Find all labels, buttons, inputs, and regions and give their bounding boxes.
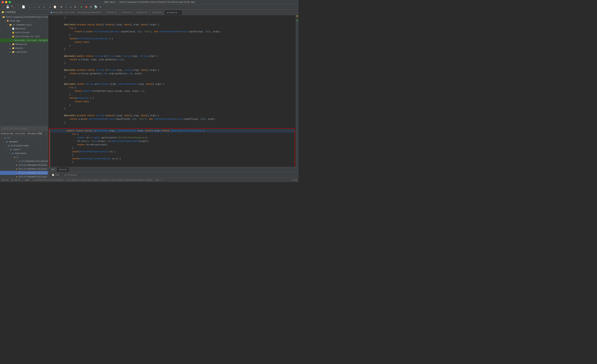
tree-item-certificate2[interactable]: ▶ 🔐 Certificate #2 (v2) bbox=[0, 35, 48, 39]
tab-g-source[interactable]: g/Source bbox=[134, 10, 149, 15]
toolbar-icon-script[interactable]: 📄 bbox=[21, 5, 25, 9]
tree-item-manifest[interactable]: ▶ 📄 Manifest bbox=[0, 27, 48, 31]
fullscreen-button[interactable] bbox=[8, 1, 11, 3]
htree-icon: ● bbox=[15, 167, 18, 170]
minimize-button[interactable] bbox=[5, 1, 7, 3]
htree-d7[interactable]: ▶ ● D7(Ltv/danmaku/biliple bbox=[0, 175, 48, 178]
tree-arrow: ▶ bbox=[10, 43, 12, 46]
toolbar-icon-back[interactable]: ← bbox=[28, 5, 32, 9]
tab-source-label: Source bbox=[59, 168, 67, 171]
code-line-return-g: return Base64.encodeToString(a.i(arg0, a… bbox=[48, 89, 296, 93]
htree-tv[interactable]: ▾ ▣ tv bbox=[0, 136, 48, 140]
tree-arrow: ▶ bbox=[10, 47, 12, 49]
code-scroll-area[interactable]: } @Nullable private static byte[] d(byte… bbox=[48, 15, 296, 167]
toolbar-icon-flow[interactable]: ⟶ bbox=[68, 5, 73, 9]
tree-arrow: ▾ bbox=[7, 24, 9, 26]
toolbar-icon-new[interactable]: ⬛ bbox=[1, 5, 5, 9]
tree-label: Resources bbox=[15, 43, 27, 46]
tree-item-libraries[interactable]: ▶ 📁 Libraries bbox=[0, 50, 48, 54]
htree-label: A7(Ltv/danmaku/biliple bbox=[19, 164, 47, 166]
htree-a7[interactable]: ▶ ● A7(Ltv/danmaku/biliple bbox=[0, 163, 48, 167]
htree-icon: ▣ bbox=[9, 148, 12, 151]
hierarchy-icon: ⊞ bbox=[1, 132, 2, 135]
tab-source[interactable]: Source bbox=[57, 167, 69, 172]
code-line-return-null2: return null; bbox=[48, 100, 296, 103]
toolbar-icon-forward[interactable]: → bbox=[32, 5, 37, 9]
code-line: } bbox=[51, 147, 295, 150]
console-tab-log[interactable]: 📋 日志 bbox=[50, 172, 61, 178]
method-gutter bbox=[49, 129, 50, 167]
toolbar-icon-undo[interactable]: ↩ bbox=[37, 5, 41, 9]
code-line: } bbox=[48, 16, 296, 19]
tree-label: tv.danmaku.bili bbox=[13, 24, 32, 26]
filter-input[interactable] bbox=[1, 127, 47, 130]
close-button[interactable] bbox=[1, 1, 4, 3]
code-line-return-null1: return null; bbox=[48, 40, 296, 44]
tree-item-root[interactable]: ▾ 📂 /Users/wupeiqi/PycharmProjects/hacke… bbox=[0, 15, 48, 19]
status-right: 5.2G bbox=[292, 179, 297, 181]
toolbar-sep-2 bbox=[26, 5, 27, 9]
htree-label: biliplayerimpl bbox=[11, 145, 29, 147]
code-line bbox=[48, 110, 296, 114]
tree-item-danmaku[interactable]: ▾ 📂 tv.danmaku.bili bbox=[0, 23, 48, 27]
toolbar-icon-copy[interactable]: 📋 bbox=[53, 5, 57, 9]
tree-item-bytecode[interactable]: ▾ ⬡ Bytecode (Virtual, Merged) bbox=[0, 39, 48, 42]
code-line-return-f: return a.h(arg1.getBytes(c.b), arg2.getB… bbox=[48, 72, 296, 75]
htree-report[interactable]: ▾ ▣ report bbox=[0, 148, 48, 152]
htree-icon: ▣ bbox=[11, 152, 14, 155]
code-line bbox=[51, 164, 295, 167]
bottom-editor-tabs: 描述 Source bbox=[48, 167, 298, 172]
console-tab-terminal[interactable]: ▶ Terminal bbox=[63, 172, 79, 178]
toolbar-icon-debug[interactable]: ⚙ bbox=[89, 5, 93, 9]
tree-label: Assets bbox=[15, 47, 23, 49]
tab-describe[interactable]: 描述 bbox=[49, 167, 57, 172]
code-line-init: v0.init(1, ((Key)arg2), ((AlgorithmParam… bbox=[51, 139, 295, 143]
htree-c7[interactable]: ▶ ● C7(Ltv/danmaku/biliple bbox=[0, 171, 48, 175]
tab-a-source-active[interactable]: a/Source ✕ bbox=[165, 10, 182, 15]
code-line-try1: try { bbox=[48, 26, 296, 30]
htree-label: heartbeat bbox=[15, 152, 26, 155]
htree-icon: ● bbox=[15, 163, 18, 167]
toolbar-icon-target[interactable]: ⬛ bbox=[16, 5, 21, 9]
htree-b7[interactable]: ▶ ● B7(Ltv/danmaku/biliple bbox=[0, 167, 48, 171]
toolbar-icon-run[interactable]: ▶ bbox=[79, 5, 84, 9]
htree-danmaku[interactable]: ▾ ▣ danmaku bbox=[0, 140, 48, 144]
terminal-icon: ▶ bbox=[65, 174, 66, 176]
tree-item-resources[interactable]: ▶ 📁 Resources bbox=[0, 42, 48, 46]
toolbar-icon-attach[interactable]: 📡 bbox=[94, 5, 98, 9]
htree-d[interactable]: ▾ ● d bbox=[0, 155, 48, 159]
code-line: } bbox=[48, 33, 296, 37]
tab-a-source-1[interactable]: a/Source bbox=[119, 10, 134, 15]
code-line-d-method: @Nullable private static byte[] d(byte[]… bbox=[48, 23, 296, 26]
toolbar-icon-edit[interactable]: ✏ bbox=[48, 5, 52, 9]
tree-item-certificate[interactable]: ▶ 🔐 Certificate bbox=[0, 31, 48, 35]
tree-label: Certificate #2 (v2) bbox=[15, 35, 40, 38]
htree-biliplayerimpl[interactable]: ▾ ▣ biliplayerimpl bbox=[0, 144, 48, 148]
tab-b-source[interactable]: b/Source bbox=[104, 10, 119, 15]
tab-disassembly[interactable]: Bytecode (Virtual, Merged)/Disassembly bbox=[48, 10, 104, 15]
toolbar-sep-5 bbox=[78, 5, 79, 9]
tree-item-apk[interactable]: ▾ 📦 6240.apk bbox=[0, 19, 48, 23]
highlighted-method-block: public static byte[] i(SecretKey arg2, I… bbox=[49, 128, 295, 167]
folder-icon: 📂 bbox=[2, 15, 5, 19]
toolbar-icon-method[interactable]: ⊕ bbox=[73, 5, 77, 9]
toolbar-sep-3 bbox=[47, 5, 47, 9]
toolbar-icon-redo[interactable]: ↪ bbox=[42, 5, 46, 9]
toolbar-icon-step[interactable]: ⇥ bbox=[98, 5, 102, 9]
htree-j[interactable]: ▶ ⬡ j:Ltv/danmaku/biliplaye bbox=[0, 159, 48, 163]
toolbar-icon-nodes[interactable]: ⋮ bbox=[64, 5, 68, 9]
tab-close-icon[interactable]: ✕ bbox=[179, 11, 180, 14]
hierarchy-header: ⊞ Bytecode (Virtual, Merged)/层级 ✕ bbox=[0, 131, 48, 136]
status-bar: coord: (0,69,0) | addr: Lcom/bilibili/dr… bbox=[0, 178, 298, 182]
bytecode-icon: ⬡ bbox=[11, 39, 14, 42]
tab-d-source[interactable]: d/Source bbox=[149, 10, 165, 15]
htree-heartbeat[interactable]: ▾ ▣ heartbeat bbox=[0, 152, 48, 155]
hierarchy-close[interactable]: ✕ bbox=[46, 132, 47, 135]
tree-item-assets[interactable]: ▶ 📁 Assets bbox=[0, 46, 48, 50]
toolbar-icon-grid[interactable]: ⊞ bbox=[59, 5, 63, 9]
code-editor-wrapper: } @Nullable private static byte[] d(byte… bbox=[48, 15, 298, 167]
toolbar-icon-save[interactable]: 💾 bbox=[5, 5, 10, 9]
toolbar-icon-build[interactable]: 🔨 bbox=[10, 5, 14, 9]
toolbar-icon-stop[interactable]: ⏹ bbox=[84, 5, 88, 9]
console-panel: 📋 日志 ▶ Terminal bbox=[48, 172, 298, 178]
